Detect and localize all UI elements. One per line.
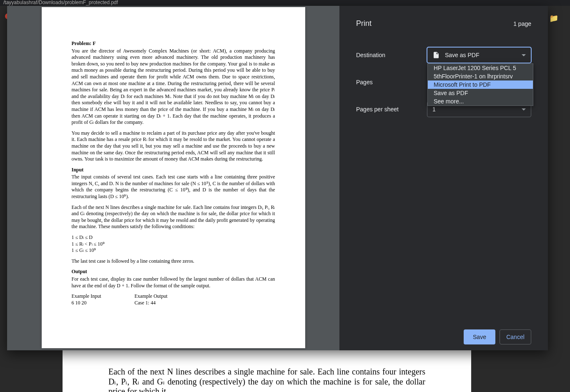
destination-option[interactable]: 5thFloorPrinter-1 on lhrprintsrv [428, 72, 533, 80]
print-settings-panel: Print 1 page Destination Save as PDF HP … [339, 6, 548, 350]
destination-option[interactable]: See more... [428, 97, 533, 106]
bookmark-folder-icon[interactable]: 📁 [549, 14, 558, 23]
pdf-input-heading: Input [72, 167, 275, 173]
pdf-paragraph: You are the director of Awesomely Comple… [72, 48, 275, 126]
background-document-text: Each of the next N lines describes a sin… [63, 350, 471, 392]
pdf-condition: 1 ≤ Gᵢ ≤ 10⁹ [72, 247, 275, 254]
pages-label: Pages [356, 79, 427, 85]
pdf-page-preview: Problem: F You are the director of Aweso… [42, 7, 305, 348]
example-input-value: 6 10 20 [72, 300, 101, 307]
pages-per-sheet-value: 1 [432, 106, 436, 113]
pdf-paragraph: The input consists of several test cases… [72, 174, 275, 200]
print-title: Print [356, 19, 372, 28]
print-preview-pane: Problem: F You are the director of Aweso… [7, 6, 339, 350]
pdf-problem-title: Problem: F [72, 40, 275, 47]
pdf-condition: 1 ≤ Dᵢ ≤ D [72, 234, 275, 241]
destination-options-menu: HP LaserJet 1200 Series PCL 55thFloorPri… [427, 63, 533, 106]
pdf-paragraph: For each test case, display its case num… [72, 276, 275, 289]
destination-label: Destination [356, 52, 427, 58]
pdf-paragraph: You may decide to sell a machine to recl… [72, 130, 275, 163]
cancel-button[interactable]: Cancel [500, 329, 531, 344]
pdf-paragraph: The last test case is followed by a line… [72, 258, 275, 265]
example-input-heading: Example Input [72, 293, 101, 300]
destination-option[interactable]: HP LaserJet 1200 Series PCL 5 [428, 64, 533, 72]
chevron-down-icon [522, 108, 526, 111]
browser-address-fragment: /tayyabulashraf/Downloads/problemF_prote… [0, 0, 570, 6]
pdf-paragraph: Each of the next N lines describes a sin… [72, 204, 275, 230]
pdf-icon [432, 51, 440, 59]
example-output-value: Case 1: 44 [134, 300, 167, 307]
destination-dropdown[interactable]: Save as PDF HP LaserJet 1200 Series PCL … [427, 47, 531, 63]
destination-value: Save as PDF [445, 52, 479, 58]
example-output-heading: Example Output [134, 293, 167, 300]
destination-option[interactable]: Save as PDF [428, 89, 533, 97]
chevron-down-icon [522, 54, 526, 56]
pdf-condition: 1 ≤ Rᵢ < Pᵢ ≤ 10⁹ [72, 241, 275, 248]
save-button[interactable]: Save [464, 329, 495, 344]
destination-option[interactable]: Microsoft Print to PDF [428, 80, 533, 89]
pdf-output-heading: Output [72, 269, 275, 275]
page-count: 1 page [513, 20, 531, 27]
print-dialog: Problem: F You are the director of Aweso… [7, 6, 548, 350]
pages-per-sheet-label: Pages per sheet [356, 106, 427, 113]
